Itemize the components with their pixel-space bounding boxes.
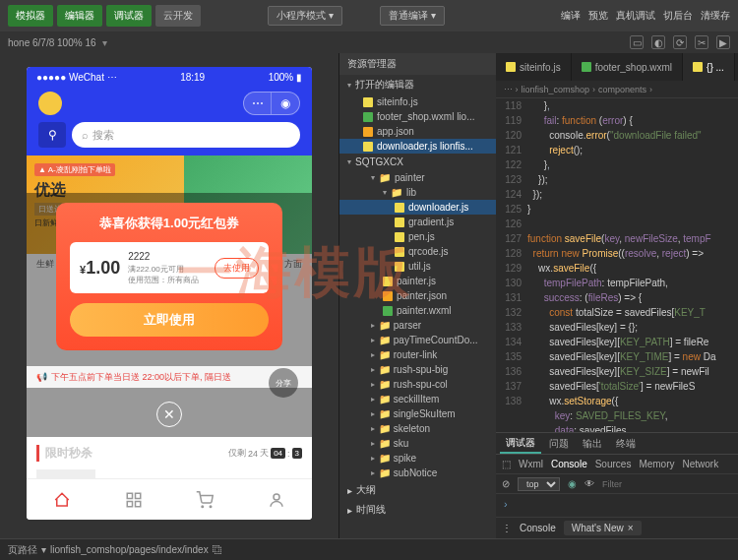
devtools-subtab-network[interactable]: Network <box>683 459 719 469</box>
file-item[interactable]: painter.json <box>339 288 496 303</box>
editor-button[interactable]: 编辑器 <box>57 5 102 27</box>
editor-tab[interactable]: siteinfo.js <box>496 53 572 81</box>
devtools-subtab-memory[interactable]: Memory <box>639 459 674 469</box>
device-bar: hone 6/7/8 100% 16▾ ▭ ◐ ⟳ ✂ ▶ <box>0 31 738 53</box>
open-file-item[interactable]: siteinfo.js <box>339 94 496 109</box>
remote-debug-action[interactable]: 真机调试 <box>616 9 655 23</box>
folder-item[interactable]: ▸📁 parser <box>339 318 496 333</box>
location-button[interactable]: ⚲ <box>38 122 66 148</box>
file-item[interactable]: util.js <box>339 259 496 274</box>
device-label[interactable]: hone 6/7/8 100% 16 <box>8 37 96 48</box>
tab-category[interactable] <box>98 479 170 520</box>
tab-home[interactable] <box>27 479 98 520</box>
device-icon-1[interactable]: ▭ <box>630 35 644 49</box>
outline-section[interactable]: ▸ 大纲 <box>339 480 496 500</box>
coupon-amount: ¥1.00 <box>80 258 120 279</box>
timeline-section[interactable]: ▸ 时间线 <box>339 500 496 520</box>
simulator-button[interactable]: 模拟器 <box>8 5 53 27</box>
device-icon-3[interactable]: ⟳ <box>673 35 687 49</box>
open-file-item[interactable]: footer_shop.wxml lio... <box>339 109 496 124</box>
capsule-more-icon[interactable]: ⋯ <box>244 93 272 114</box>
main-toolbar: 模拟器 编辑器 调试器 云开发 小程序模式 ▾ 普通编译 ▾ 编译 预览 真机调… <box>0 0 738 31</box>
folder-item[interactable]: ▸📁 rush-spu-col <box>339 377 496 392</box>
open-file-item[interactable]: app.json <box>339 124 496 139</box>
devtools-tab-terminal[interactable]: 终端 <box>610 435 642 453</box>
devtools-tab-debugger[interactable]: 调试器 <box>500 434 541 454</box>
folder-item[interactable]: ▸📁 spike <box>339 451 496 466</box>
clear-cache-action[interactable]: 清缓存 <box>701 9 730 23</box>
mode-dropdown[interactable]: 小程序模式 ▾ <box>268 6 342 26</box>
copy-icon[interactable]: ⿻ <box>213 544 222 555</box>
devtools-tab-output[interactable]: 输出 <box>577 435 608 453</box>
project-root[interactable]: ▾SQTGXCX <box>339 154 496 170</box>
compile-action[interactable]: 编译 <box>561 9 581 23</box>
toolbar-right-actions: 编译 预览 真机调试 切后台 清缓存 <box>561 9 730 23</box>
drawer-whatsnew-tab[interactable]: What's New × <box>564 521 642 535</box>
folder-item[interactable]: ▸📁 subNotice <box>339 466 496 480</box>
folder-item[interactable]: ▸📁 router-link <box>339 347 496 362</box>
code-area[interactable]: 118 119 120 121 122 123 124 125 126 127 … <box>496 98 738 432</box>
inspect-icon[interactable]: ⬚ <box>502 459 511 469</box>
seckill-countdown: 仅剩 24 天 04:3 <box>228 447 302 460</box>
device-icon-4[interactable]: ✂ <box>695 35 708 49</box>
folder-lib[interactable]: ▾📁 lib <box>339 185 496 200</box>
explorer-title: 资源管理器 <box>339 53 496 75</box>
clear-console-icon[interactable]: ⊘ <box>502 478 510 489</box>
modal-overlay: 恭喜你获得1.00元红包券 ¥1.00 2222 满222.00元可用 使用范围… <box>27 193 312 520</box>
devtools-subtab-wxml[interactable]: Wxml <box>519 459 543 469</box>
folder-item[interactable]: ▸📁 sku <box>339 436 496 451</box>
folder-item[interactable]: ▸📁 rush-spu-big <box>339 362 496 377</box>
capsule-button[interactable]: ⋯ ◉ <box>243 92 300 115</box>
eye-icon[interactable]: 👁 <box>584 478 594 489</box>
folder-item[interactable]: ▸📁 skeleton <box>339 421 496 436</box>
svg-rect-1 <box>135 493 140 498</box>
path-value[interactable]: lionfish_comshop/pages/index/index <box>50 544 209 555</box>
capsule-close-icon[interactable]: ◉ <box>272 93 299 114</box>
drawer-console-tab[interactable]: Console <box>520 523 556 533</box>
file-item[interactable]: painter.js <box>339 274 496 288</box>
code-editor-panel: siteinfo.js footer_shop.wxml {} ... ⋯ › … <box>496 53 738 538</box>
file-explorer: 资源管理器 ▾打开的编辑器 siteinfo.jsfooter_shop.wxm… <box>338 53 496 538</box>
folder-item[interactable]: ▸📁 payTimeCountDo... <box>339 333 496 347</box>
file-item[interactable]: qrcode.js <box>339 244 496 259</box>
folder-item[interactable]: ▸📁 seckillItem <box>339 392 496 406</box>
background-action[interactable]: 切后台 <box>663 9 693 23</box>
compile-dropdown[interactable]: 普通编译 ▾ <box>380 6 445 26</box>
file-item[interactable]: painter.wxml <box>339 303 496 318</box>
context-selector[interactable]: top <box>518 477 560 491</box>
devtools-tab-problems[interactable]: 问题 <box>543 435 575 453</box>
file-item[interactable]: pen.js <box>339 229 496 244</box>
file-item[interactable]: downloader.js <box>339 200 496 215</box>
filter-input[interactable] <box>602 479 712 489</box>
devtools-subtab-sources[interactable]: Sources <box>595 459 632 469</box>
app-logo <box>38 92 62 115</box>
folder-item[interactable]: ▸📁 singleSkuItem <box>339 406 496 421</box>
cloud-dev-button[interactable]: 云开发 <box>155 5 201 27</box>
device-icon-5[interactable]: ▶ <box>716 35 730 49</box>
coupon-use-button[interactable]: 立即使用 <box>70 303 269 337</box>
drawer-toggle-icon[interactable]: ⋮ <box>502 523 512 533</box>
phone-header: ⋯ ◉ <box>27 87 312 120</box>
debugger-button[interactable]: 调试器 <box>106 5 152 27</box>
editor-tab-active[interactable]: {} ... <box>683 53 735 81</box>
modal-close-button[interactable]: ✕ <box>156 402 182 427</box>
open-file-item[interactable]: downloader.js lionfis... <box>339 139 496 154</box>
editor-tab[interactable]: footer_shop.wxml <box>572 53 683 81</box>
tab-cart[interactable] <box>169 479 241 520</box>
svg-point-5 <box>211 506 213 508</box>
search-input[interactable]: ⌕ 搜索 <box>72 122 300 148</box>
coupon-get-button[interactable]: 去使用 <box>215 258 259 279</box>
open-editors-section[interactable]: ▾打开的编辑器 <box>339 75 496 94</box>
share-button[interactable]: 分享 <box>269 368 298 398</box>
phone-status-bar: ●●●●● WeChat ⋯ 18:19 100% ▮ <box>27 67 312 87</box>
devtools-subtab-console[interactable]: Console <box>551 459 587 469</box>
device-icon-2[interactable]: ◐ <box>651 35 665 49</box>
breadcrumb[interactable]: ⋯ › lionfish_comshop › components › <box>496 81 738 98</box>
close-icon[interactable]: × <box>628 523 634 533</box>
console-output[interactable]: › <box>496 494 738 517</box>
folder-painter[interactable]: ▾📁 painter <box>339 170 496 185</box>
preview-action[interactable]: 预览 <box>588 9 608 23</box>
file-item[interactable]: gradient.js <box>339 215 496 229</box>
path-label: 页路径 <box>8 543 37 557</box>
tab-profile[interactable] <box>241 479 313 520</box>
